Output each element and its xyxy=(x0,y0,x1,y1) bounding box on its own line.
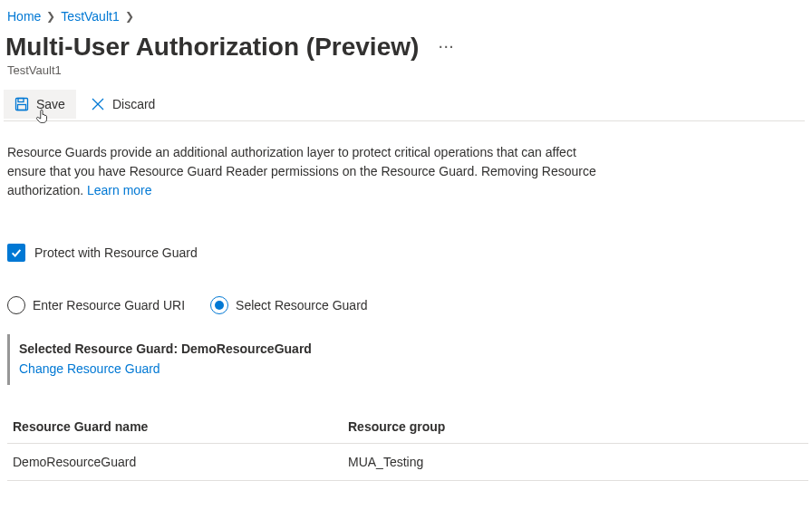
svg-rect-2 xyxy=(18,105,26,111)
selected-resource-guard-header: Selected Resource Guard: DemoResourceGua… xyxy=(19,341,792,356)
description-line2: ensure that you have Resource Guard Read… xyxy=(7,164,596,178)
protect-checkbox-label: Protect with Resource Guard xyxy=(34,245,198,260)
resource-guard-mode-radio-group: Enter Resource Guard URI Select Resource… xyxy=(7,296,801,314)
breadcrumb-home[interactable]: Home xyxy=(7,9,41,24)
breadcrumb: Home ❯ TestVault1 ❯ xyxy=(4,7,805,33)
chevron-right-icon: ❯ xyxy=(46,10,55,23)
save-button[interactable]: Save xyxy=(4,90,76,119)
table-header-row: Resource Guard name Resource group xyxy=(7,410,808,444)
breadcrumb-vault[interactable]: TestVault1 xyxy=(61,9,119,24)
description-line1: Resource Guards provide an additional au… xyxy=(7,145,576,159)
page-title-text: Multi-User Authorization (Preview) xyxy=(5,33,419,62)
radio-icon xyxy=(7,296,25,314)
table-header-group: Resource group xyxy=(348,419,803,434)
radio-select-guard[interactable]: Select Resource Guard xyxy=(210,296,368,314)
selected-resource-guard-name: DemoResourceGuard xyxy=(181,341,312,356)
radio-select-guard-label: Select Resource Guard xyxy=(236,298,368,312)
svg-rect-1 xyxy=(18,99,24,102)
more-actions-button[interactable]: ··· xyxy=(433,40,460,54)
change-resource-guard-link[interactable]: Change Resource Guard xyxy=(19,361,160,376)
save-icon xyxy=(14,97,29,111)
save-button-label: Save xyxy=(36,97,65,111)
toolbar: Save Discard xyxy=(4,88,805,121)
table-row[interactable]: DemoResourceGuard MUA_Testing xyxy=(7,444,808,481)
table-cell-group: MUA_Testing xyxy=(348,455,803,469)
protect-checkbox-row: Protect with Resource Guard xyxy=(7,244,801,262)
table-header-name: Resource Guard name xyxy=(13,419,348,434)
table-cell-name: DemoResourceGuard xyxy=(13,455,348,469)
radio-enter-uri-label: Enter Resource Guard URI xyxy=(33,298,185,312)
selected-resource-guard-prefix: Selected Resource Guard: xyxy=(19,341,181,356)
selected-resource-guard-panel: Selected Resource Guard: DemoResourceGua… xyxy=(7,334,801,385)
description-text: Resource Guards provide an additional au… xyxy=(7,143,801,200)
discard-button-label: Discard xyxy=(112,97,155,111)
discard-button[interactable]: Discard xyxy=(80,90,166,119)
check-icon xyxy=(10,246,23,259)
radio-enter-uri[interactable]: Enter Resource Guard URI xyxy=(7,296,185,314)
radio-selected-icon xyxy=(210,296,228,314)
protect-checkbox[interactable] xyxy=(7,244,25,262)
learn-more-link[interactable]: Learn more xyxy=(87,183,152,197)
close-icon xyxy=(91,97,105,111)
resource-guard-table: Resource Guard name Resource group DemoR… xyxy=(7,410,808,481)
page-title: Multi-User Authorization (Preview) ··· xyxy=(5,33,805,62)
page-subtitle: TestVault1 xyxy=(7,63,805,77)
description-line3-prefix: authorization. xyxy=(7,183,87,197)
chevron-right-icon: ❯ xyxy=(125,10,134,23)
